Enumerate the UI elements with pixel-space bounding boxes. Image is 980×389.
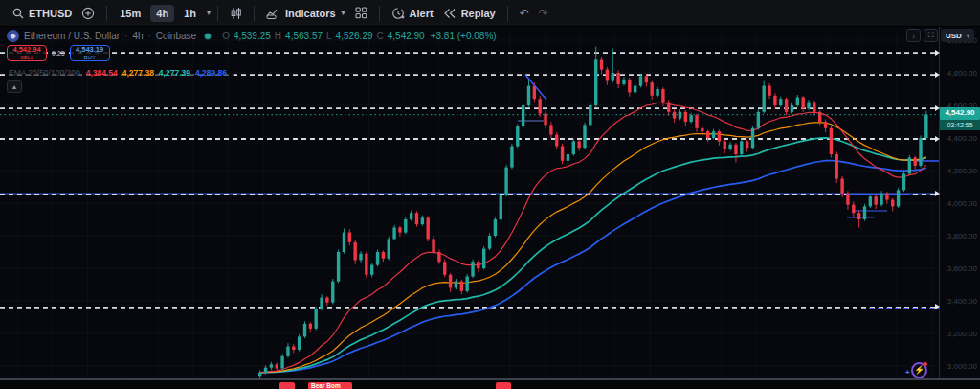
- high-value: 4,563.57: [285, 31, 323, 41]
- high-label: H: [275, 31, 281, 41]
- axis-price-label: 3,000.00: [947, 362, 977, 371]
- toolbar-divider: [379, 6, 380, 21]
- axis-price-label: 3,200.00: [947, 330, 977, 338]
- axis-price-label: 4,000.00: [947, 199, 977, 208]
- alert-button[interactable]: Alert: [387, 4, 438, 23]
- top-toolbar: ETHUSD 15m 4h 1h ▾ Indicators ▾ Alert: [0, 0, 980, 27]
- open-value: 4,539.25: [234, 31, 271, 41]
- ema-value: 4,384.54: [86, 68, 118, 78]
- symbol-label: ETHUSD: [29, 8, 72, 19]
- layout-grid-button[interactable]: [350, 4, 372, 22]
- ema-value: 4,277.38: [122, 68, 154, 78]
- interval-chevron-down-icon[interactable]: ▾: [207, 9, 211, 17]
- separator-dot: ·: [148, 31, 151, 41]
- axis-price-label: 3,400.00: [947, 297, 977, 306]
- plus-circle-icon: [81, 7, 95, 20]
- toolbar-divider: [254, 6, 255, 21]
- alert-clock-icon: [391, 7, 405, 20]
- price-chart[interactable]: [0, 0, 980, 389]
- toolbar-divider: [106, 6, 107, 21]
- maximize-icon[interactable]: ⛶: [924, 29, 938, 42]
- symbol-exchange: Coinbase: [156, 31, 196, 41]
- symbol-search-button[interactable]: ETHUSD: [8, 5, 77, 22]
- axis-price-label: 3,800.00: [947, 232, 977, 240]
- chart-style-button[interactable]: [225, 4, 247, 23]
- axis-toolbar: ↓ ⛶ USD ▾: [906, 29, 974, 42]
- indicators-button[interactable]: Indicators ▾: [261, 4, 350, 22]
- axis-price-label: 4,800.00: [947, 69, 977, 78]
- tradingview-app: ETHUSD 15m 4h 1h ▾ Indicators ▾ Alert: [0, 0, 980, 389]
- open-label: O: [222, 31, 230, 41]
- indicators-chevron-down-icon: ▾: [342, 9, 345, 17]
- signal-label: [279, 382, 295, 389]
- low-label: L: [326, 31, 332, 41]
- currency-label: USD: [946, 32, 962, 40]
- ema-legend-values: 4,384.544,277.384,277.394,289.86: [86, 68, 232, 78]
- ema-value: 4,289.86: [195, 68, 227, 78]
- replay-rewind-icon: [443, 8, 457, 19]
- scroll-to-price-button[interactable]: ↓: [906, 29, 921, 42]
- symbol-legend[interactable]: ◆ Ethereum / U.S. Dollar · 4h · Coinbase…: [7, 30, 497, 42]
- ema-legend[interactable]: EMA 20/50/100/200 4,384.544,277.384,277.…: [7, 68, 234, 78]
- lightning-glyph: ⚡: [914, 366, 924, 375]
- indicators-label: Indicators: [285, 8, 336, 19]
- toolbar-divider: [507, 6, 508, 21]
- change-value: +3.81 (+0.08%): [431, 31, 497, 41]
- sell-button[interactable]: 4,542.94 SELL: [7, 45, 47, 61]
- sell-price: 4,542.94: [12, 46, 40, 54]
- ema-value: 4,277.39: [159, 68, 190, 78]
- separator-dot: ·: [124, 31, 127, 41]
- ethereum-logo-icon: ◆: [7, 30, 19, 42]
- ohlc-values: O4,539.25 H4,563.57 L4,526.29 C4,542.90 …: [222, 31, 497, 41]
- alert-label: Alert: [410, 8, 434, 19]
- signal-label: [496, 382, 511, 389]
- spread-value: 0.25: [52, 50, 65, 57]
- chart-area: ◆ Ethereum / U.S. Dollar · 4h · Coinbase…: [0, 27, 980, 389]
- symbol-name: Ethereum / U.S. Dollar: [24, 31, 120, 41]
- level-axis-arrow-icon: [935, 50, 940, 56]
- buy-price: 4,543.19: [76, 46, 103, 54]
- buy-label: BUY: [83, 55, 95, 60]
- price-axis[interactable]: 5,000.004,800.004,600.004,400.004,200.00…: [939, 27, 980, 379]
- candles-icon: [230, 7, 242, 20]
- close-value: 4,542.90: [388, 31, 425, 41]
- redo-button[interactable]: ↷: [534, 7, 553, 20]
- axis-price-label: 4,400.00: [947, 134, 977, 143]
- replay-button[interactable]: Replay: [438, 5, 501, 22]
- bottom-strip: Bear Bom: [0, 380, 980, 389]
- low-value: 4,526.29: [336, 31, 373, 41]
- circular-arrow-lightning-icon[interactable]: ⚡ +: [911, 362, 927, 378]
- buy-button[interactable]: 4,543.19 BUY: [70, 45, 110, 61]
- signal-label: Bear Bom: [308, 382, 352, 389]
- notification-dot: [924, 362, 927, 366]
- current-price-value: 4,542.90: [940, 107, 980, 120]
- replay-label: Replay: [461, 8, 496, 19]
- toolbar-divider: [217, 6, 218, 21]
- indicators-icon: [266, 7, 280, 19]
- collapse-legend-button[interactable]: ▲: [7, 80, 22, 93]
- currency-chevron-down-icon: ▾: [967, 33, 969, 39]
- bar-countdown: 03:42:55: [940, 120, 980, 130]
- level-axis-arrow-icon: [935, 72, 940, 78]
- compare-add-button[interactable]: [77, 4, 100, 23]
- layout-grid-icon: [355, 7, 368, 19]
- symbol-interval: 4h: [132, 31, 143, 41]
- axis-price-label: 3,600.00: [947, 264, 977, 273]
- level-axis-arrow-icon: [935, 191, 940, 196]
- undo-button[interactable]: ↶: [515, 7, 534, 20]
- interval-1h[interactable]: 1h: [178, 5, 202, 22]
- currency-button[interactable]: USD ▾: [941, 29, 974, 42]
- interval-group: 15m 4h 1h ▾: [114, 5, 211, 22]
- plus-sparkle: +: [905, 368, 910, 377]
- interval-4h[interactable]: 4h: [150, 5, 174, 22]
- level-axis-arrow-icon: [935, 136, 940, 142]
- search-icon: [12, 8, 24, 19]
- trade-panel: 4,542.94 SELL 0.25 4,543.19 BUY: [7, 45, 110, 61]
- market-status-icon[interactable]: [204, 33, 212, 40]
- axis-price-label: 4,200.00: [947, 167, 977, 175]
- ema-legend-label: EMA 20/50/100/200: [9, 68, 80, 78]
- interval-15m[interactable]: 15m: [114, 5, 146, 22]
- sell-label: SELL: [20, 55, 34, 60]
- current-price-badge[interactable]: 4,542.90 03:42:55: [940, 107, 980, 130]
- close-label: C: [377, 31, 384, 41]
